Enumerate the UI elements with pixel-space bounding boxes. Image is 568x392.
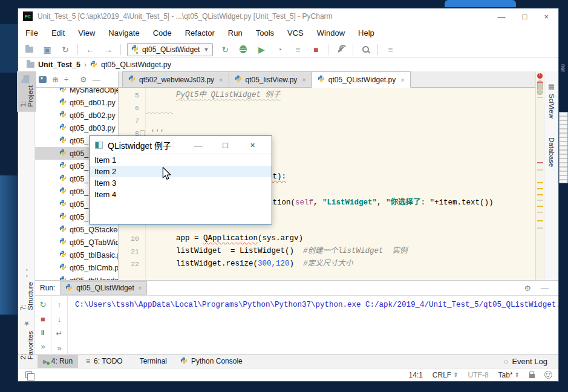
tree-item[interactable]: qt05_db01.py: [35, 96, 118, 109]
tree-item[interactable]: qt05_db03.py: [35, 122, 118, 134]
stop-icon[interactable]: ■: [41, 315, 45, 324]
save-icon[interactable]: ▣: [41, 44, 53, 56]
line-separator-select[interactable]: CRLF ⇕: [433, 371, 459, 379]
close-icon[interactable]: ×: [219, 76, 223, 83]
stripe-mark[interactable]: [537, 227, 543, 229]
stripe-mark[interactable]: [537, 182, 543, 183]
qlistwidget-dialog[interactable]: QListwidget 例子 — □ × Item 1Item 2Item 3I…: [89, 136, 272, 224]
tree-item[interactable]: MySharedObje: [35, 88, 118, 96]
menu-item-file[interactable]: File: [25, 28, 38, 38]
tree-item[interactable]: qt05_tblBasic.p: [35, 249, 118, 261]
profiler-icon[interactable]: ◔: [273, 44, 286, 56]
sync-icon[interactable]: ↻: [59, 44, 71, 56]
back-icon[interactable]: ←: [84, 44, 96, 56]
stripe-mark[interactable]: [537, 200, 543, 201]
menu-item-code[interactable]: Code: [153, 28, 172, 38]
run-tab[interactable]: qt05_QListWidget ×: [60, 281, 147, 295]
close-icon[interactable]: ×: [302, 76, 305, 83]
gear-icon[interactable]: ⚙: [80, 75, 87, 84]
select-opened-file-icon[interactable]: [39, 76, 47, 83]
menu-item-vcs[interactable]: VCS: [287, 28, 304, 38]
dialog-minimize-button[interactable]: —: [184, 140, 212, 150]
menu-item-view[interactable]: View: [78, 28, 95, 38]
menu-item-window[interactable]: Window: [317, 28, 345, 38]
stripe-mark[interactable]: [537, 162, 543, 163]
sidebar-item-1-project[interactable]: 1: Project: [17, 71, 36, 112]
tree-item[interactable]: qt05_QTabWid: [35, 236, 118, 249]
stripe-mark[interactable]: [537, 82, 543, 83]
stripe-mark[interactable]: [537, 188, 543, 189]
tab-qt502_webviewJs03-py[interactable]: qt502_webviewJs03.py×: [122, 71, 229, 87]
maximize-button[interactable]: □: [523, 12, 527, 21]
menu-item-refactor[interactable]: Refactor: [185, 28, 215, 38]
tree-item[interactable]: qt05_tblHeade: [35, 274, 118, 280]
tab-qt05_QListWidget-py[interactable]: qt05_QListWidget.py×: [312, 71, 411, 88]
sidebar-item-7-structure[interactable]: 7: Structure▪▪: [17, 262, 36, 315]
feedback-face-icon[interactable]: [544, 371, 552, 379]
title-bar[interactable]: PC Unit_Test_5 [C:\apk\2019_4\Unit_Test_…: [18, 8, 558, 24]
more-icon[interactable]: »: [57, 344, 61, 353]
error-stripe[interactable]: [535, 71, 544, 280]
rerun-icon[interactable]: ↻: [40, 300, 47, 309]
breadcrumb-project[interactable]: Unit_Test_5: [38, 60, 80, 69]
close-icon[interactable]: ×: [400, 76, 404, 83]
toolwindow-button-terminal[interactable]: Terminal: [131, 355, 172, 368]
menu-item-navigate[interactable]: Navigate: [108, 28, 139, 38]
list-item[interactable]: Item 3: [90, 177, 272, 189]
menu-item-run[interactable]: Run: [228, 28, 243, 38]
gear-icon[interactable]: ⚙: [524, 284, 531, 293]
caret-position[interactable]: 14:1: [408, 371, 422, 379]
down-stack-trace-icon[interactable]: ↓: [57, 315, 62, 324]
stripe-mark[interactable]: [537, 212, 543, 213]
dialog-title-bar[interactable]: QListwidget 例子 — □ ×: [90, 136, 272, 154]
open-icon[interactable]: [23, 44, 35, 56]
hide-panel-icon[interactable]: —: [541, 284, 549, 293]
tree-item[interactable]: qt05_tblCmb.p: [35, 261, 118, 274]
tree-item[interactable]: qt05_QStacked: [35, 223, 118, 236]
more-icon[interactable]: »: [41, 342, 45, 351]
stripe-mark[interactable]: [537, 97, 543, 98]
stop-icon[interactable]: ■: [310, 44, 322, 56]
tab-qt05_listView-py[interactable]: qt05_listView.py×: [229, 71, 312, 87]
concurrency-icon[interactable]: ≡: [292, 44, 304, 56]
list-item[interactable]: Item 1: [90, 154, 272, 166]
toolwindow-button-python-console[interactable]: Python Console: [175, 355, 248, 368]
list-item[interactable]: Item 4: [90, 189, 272, 200]
debug-icon[interactable]: [237, 44, 249, 56]
forward-icon[interactable]: →: [102, 44, 114, 56]
stripe-mark[interactable]: [537, 194, 543, 195]
view-options-icon[interactable]: ≡: [384, 44, 396, 56]
menu-item-tools[interactable]: Tools: [256, 28, 274, 38]
hide-panel-icon[interactable]: —: [93, 75, 100, 84]
menu-item-edit[interactable]: Edit: [51, 28, 65, 38]
run-configuration-select[interactable]: qt05_QListWidget ▼: [127, 43, 213, 56]
close-icon[interactable]: ×: [138, 284, 142, 292]
tree-item[interactable]: qt05_db02.py: [35, 109, 118, 122]
sidebar-item-database[interactable]: Database: [548, 134, 555, 167]
toolwindow-button-4-run[interactable]: ▶4: Run: [38, 355, 78, 368]
soft-wrap-icon[interactable]: ↵: [56, 329, 63, 338]
dialog-maximize-button[interactable]: □: [212, 140, 239, 150]
toolwindow-toggle-icon[interactable]: [25, 371, 32, 378]
breadcrumb-file[interactable]: qt05_QListWidget.py: [101, 60, 171, 69]
toolwindow-button-6-todo[interactable]: ≡6: TODO: [80, 355, 128, 368]
minimize-button[interactable]: —: [498, 12, 506, 21]
sidebar-item-sciview[interactable]: ▦SciView: [547, 82, 556, 119]
sidebar-item-2-favorites[interactable]: 2: Favorites★: [17, 315, 36, 364]
up-stack-trace-icon[interactable]: ↑: [57, 300, 62, 309]
close-button[interactable]: ×: [544, 12, 549, 21]
dialog-close-button[interactable]: ×: [239, 140, 266, 150]
collapse-all-icon[interactable]: ÷: [64, 75, 68, 84]
stripe-mark[interactable]: [537, 169, 543, 171]
stripe-mark[interactable]: [537, 206, 543, 207]
pause-icon[interactable]: ‖: [41, 329, 45, 336]
stripe-mark[interactable]: [537, 220, 543, 221]
lock-icon[interactable]: [529, 374, 535, 378]
rerun-icon[interactable]: ↻: [219, 44, 231, 56]
stripe-mark[interactable]: [537, 90, 543, 91]
run-coverage-icon[interactable]: ▶: [255, 44, 267, 56]
locate-icon[interactable]: ⊕: [52, 75, 59, 84]
list-item[interactable]: Item 2: [90, 166, 272, 177]
event-log-button[interactable]: ○Event Log: [504, 357, 547, 366]
wrench-icon[interactable]: [335, 44, 347, 56]
